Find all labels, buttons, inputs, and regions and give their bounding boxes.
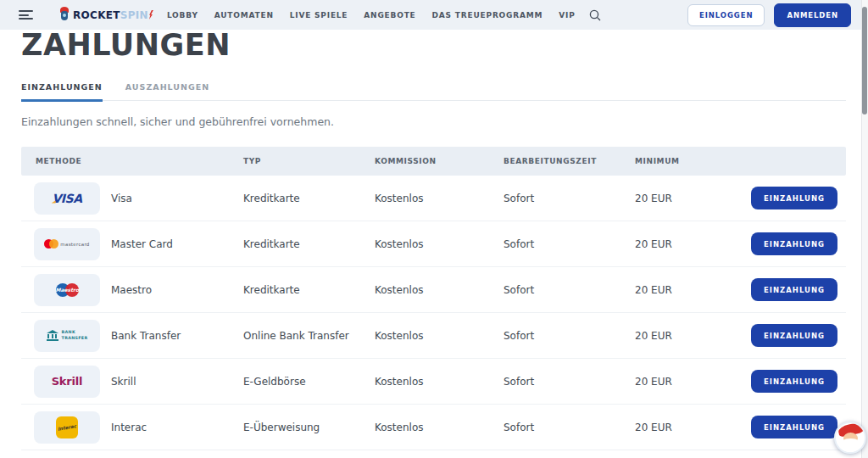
minimum-cell: 20 EUR bbox=[635, 238, 745, 250]
minimum-cell: 20 EUR bbox=[635, 193, 745, 204]
minimum-cell: 20 EUR bbox=[635, 422, 745, 433]
deposit-button[interactable]: EINZAHLUNG bbox=[751, 187, 837, 209]
payment-method-logo: Interac bbox=[34, 411, 100, 444]
tab[interactable]: AUSZAHLUNGEN bbox=[125, 82, 209, 102]
minimum-cell: 20 EUR bbox=[635, 330, 745, 342]
deposit-button[interactable]: EINZAHLUNG bbox=[751, 278, 837, 301]
processing-time-cell: Sofort bbox=[504, 193, 635, 204]
payment-method-logo: Skrill bbox=[34, 366, 100, 398]
action-cell: EINZAHLUNG bbox=[745, 232, 846, 255]
payment-method-name: Maestro bbox=[111, 284, 152, 296]
column-header: MINIMUM bbox=[635, 157, 745, 165]
table-body: VISA Visa Kreditkarte Kostenlos Sofort 2… bbox=[21, 176, 846, 450]
deposit-button[interactable]: EINZAHLUNG bbox=[751, 416, 837, 438]
mastercard-logo: mastercard bbox=[44, 239, 89, 249]
minimum-cell: 20 EUR bbox=[635, 284, 745, 296]
column-header: TYP bbox=[243, 157, 375, 165]
payments-tabs: EINZAHLUNGEN AUSZAHLUNGEN bbox=[21, 82, 846, 101]
maestro-logo: Maestro bbox=[56, 283, 79, 297]
commission-cell: Kostenlos bbox=[375, 422, 504, 433]
payment-method-logo: VISA bbox=[34, 182, 100, 215]
menu-icon[interactable] bbox=[19, 8, 33, 22]
nav-item[interactable]: VIP bbox=[559, 11, 575, 20]
table-row: Maestro Maestro Kreditkarte Kostenlos So… bbox=[21, 267, 846, 313]
top-header: ROCKETSPIN LOBBY AUTOMATEN LIVE SPIELE A… bbox=[0, 0, 868, 30]
payment-methods-table: METHODE TYP KOMMISSION BEARBEITUNGSZEIT … bbox=[21, 147, 846, 450]
type-cell: Online Bank Transfer bbox=[243, 330, 375, 342]
commission-cell: Kostenlos bbox=[375, 284, 504, 296]
page-description: Einzahlungen schnell, sicher und gebühre… bbox=[21, 115, 846, 128]
header-actions: EINLOGGEN ANMELDEN bbox=[687, 3, 851, 27]
minimum-cell: 20 EUR bbox=[635, 376, 745, 388]
payment-method-logo: BANKTRANSFER bbox=[34, 320, 100, 352]
processing-time-cell: Sofort bbox=[504, 422, 635, 433]
payment-method-name: Master Card bbox=[111, 238, 173, 250]
spark-icon bbox=[149, 10, 153, 20]
commission-cell: Kostenlos bbox=[375, 376, 504, 388]
search-icon[interactable] bbox=[589, 9, 601, 21]
processing-time-cell: Sofort bbox=[504, 238, 635, 250]
deposit-button[interactable]: EINZAHLUNG bbox=[751, 232, 837, 255]
nav-item[interactable]: AUTOMATEN bbox=[214, 11, 274, 20]
deposit-button[interactable]: EINZAHLUNG bbox=[751, 370, 837, 393]
payment-method-name: Skrill bbox=[111, 376, 136, 388]
action-cell: EINZAHLUNG bbox=[745, 416, 846, 438]
nav-item[interactable]: LIVE SPIELE bbox=[290, 11, 348, 20]
main-nav: LOBBY AUTOMATEN LIVE SPIELE ANGEBOTE DAS… bbox=[167, 11, 576, 20]
scrollbar-track[interactable] bbox=[861, 0, 868, 458]
nav-item[interactable]: LOBBY bbox=[167, 11, 198, 20]
commission-cell: Kostenlos bbox=[375, 330, 504, 342]
processing-time-cell: Sofort bbox=[504, 376, 635, 388]
table-row: VISA Visa Kreditkarte Kostenlos Sofort 2… bbox=[21, 176, 846, 221]
visa-logo: VISA bbox=[53, 192, 82, 205]
method-cell: VISA Visa bbox=[34, 182, 243, 215]
processing-time-cell: Sofort bbox=[504, 330, 635, 342]
type-cell: Kreditkarte bbox=[243, 284, 375, 296]
column-header: KOMMISSION bbox=[375, 157, 504, 165]
interac-logo: Interac bbox=[56, 416, 78, 438]
type-cell: E-Überweisung bbox=[243, 422, 375, 433]
action-cell: EINZAHLUNG bbox=[745, 278, 846, 301]
commission-cell: Kostenlos bbox=[375, 238, 504, 250]
payment-method-logo: Maestro bbox=[34, 274, 100, 306]
method-cell: BANKTRANSFER Bank Transfer bbox=[34, 320, 243, 352]
skrill-logo: Skrill bbox=[52, 375, 83, 388]
brand-name-primary: ROCKET bbox=[73, 9, 120, 21]
deposit-button[interactable]: EINZAHLUNG bbox=[751, 324, 837, 347]
payment-method-name: Bank Transfer bbox=[111, 330, 181, 342]
column-header: METHODE bbox=[36, 157, 243, 165]
brand-logo[interactable]: ROCKETSPIN bbox=[58, 7, 153, 23]
action-cell: EINZAHLUNG bbox=[745, 370, 846, 393]
payments-page: ZAHLUNGEN EINZAHLUNGEN AUSZAHLUNGEN Einz… bbox=[21, 30, 846, 450]
action-cell: EINZAHLUNG bbox=[745, 187, 846, 209]
commission-cell: Kostenlos bbox=[375, 193, 504, 204]
type-cell: Kreditkarte bbox=[243, 238, 375, 250]
table-row: BANKTRANSFER Bank Transfer Online Bank T… bbox=[21, 313, 846, 359]
table-header-row: METHODE TYP KOMMISSION BEARBEITUNGSZEIT … bbox=[21, 147, 846, 176]
brand-name-secondary: SPIN bbox=[120, 9, 148, 21]
payment-method-name: Visa bbox=[111, 193, 132, 204]
payment-method-name: Interac bbox=[111, 422, 147, 433]
santa-beard-icon bbox=[839, 438, 862, 453]
scrollbar-thumb[interactable] bbox=[862, 7, 867, 114]
processing-time-cell: Sofort bbox=[504, 284, 635, 296]
register-button[interactable]: ANMELDEN bbox=[774, 3, 851, 27]
payment-method-logo: mastercard bbox=[34, 228, 100, 260]
bank-transfer-logo: BANKTRANSFER bbox=[47, 330, 88, 341]
nav-item[interactable]: ANGEBOTE bbox=[364, 11, 415, 20]
table-row: mastercard Master Card Kreditkarte Koste… bbox=[21, 221, 846, 267]
type-cell: Kreditkarte bbox=[243, 193, 375, 204]
rocket-icon bbox=[58, 7, 70, 23]
method-cell: Interac Interac bbox=[34, 411, 243, 444]
type-cell: E-Geldbörse bbox=[243, 376, 375, 388]
column-header: BEARBEITUNGSZEIT bbox=[504, 157, 635, 165]
nav-item[interactable]: DAS TREUEPROGRAMM bbox=[432, 11, 543, 20]
support-chat-widget-santa[interactable] bbox=[834, 422, 866, 454]
method-cell: Maestro Maestro bbox=[34, 274, 243, 306]
table-row: Interac Interac E-Überweisung Kostenlos … bbox=[21, 405, 846, 450]
tab[interactable]: EINZAHLUNGEN bbox=[21, 82, 103, 102]
table-row: Skrill Skrill E-Geldbörse Kostenlos Sofo… bbox=[21, 359, 846, 405]
action-cell: EINZAHLUNG bbox=[745, 324, 846, 347]
login-button[interactable]: EINLOGGEN bbox=[687, 4, 765, 26]
method-cell: Skrill Skrill bbox=[34, 366, 243, 398]
